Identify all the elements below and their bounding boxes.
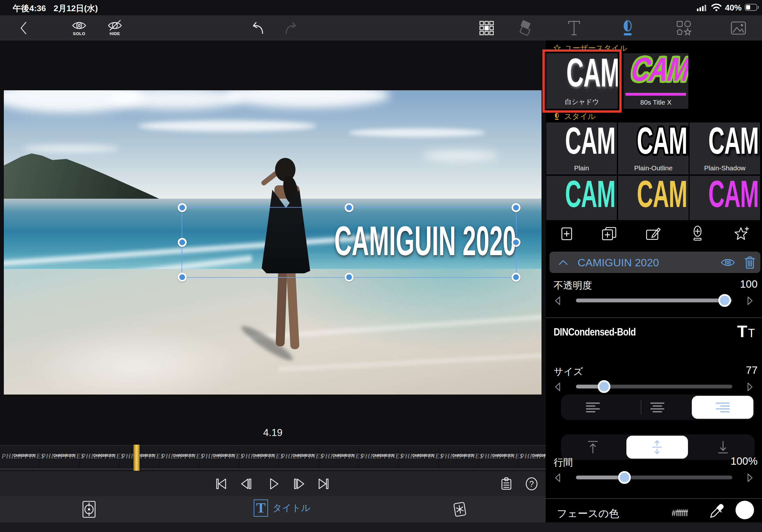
filmstrip-thumb[interactable]: PHILIPPINESCAMIGUIN 2020 bbox=[479, 446, 518, 468]
canvas-title-text[interactable]: CAMIGUIN 2020 bbox=[334, 208, 516, 277]
hide-button[interactable]: HIDE bbox=[104, 15, 126, 40]
resize-handle[interactable] bbox=[511, 238, 520, 247]
style-tile-teal[interactable]: CAMI bbox=[546, 176, 617, 220]
position-button[interactable] bbox=[82, 500, 96, 518]
notes-button[interactable] bbox=[499, 476, 514, 492]
valign-bottom-button[interactable] bbox=[717, 440, 729, 454]
filmstrip-thumb[interactable]: PHILIPPINESCAMIGUIN 2020 bbox=[518, 446, 546, 468]
favorite-style-button[interactable] bbox=[733, 226, 750, 242]
font-row[interactable]: DINCondensed-Bold T T bbox=[546, 321, 762, 344]
filmstrip-thumb[interactable]: PHILIPPINESCAMIGUIN 2020 bbox=[319, 446, 359, 468]
add-style-icon bbox=[559, 226, 575, 242]
style-tile-plain[interactable]: CAMI Plain bbox=[546, 122, 617, 174]
user-style-tile-white-shadow[interactable]: CAMI 白シャドウ bbox=[546, 53, 618, 109]
resize-handle[interactable] bbox=[511, 273, 520, 282]
overview-grid-button[interactable] bbox=[478, 15, 495, 40]
face-color-swatch[interactable] bbox=[735, 501, 754, 519]
add-title-button[interactable] bbox=[690, 225, 705, 242]
filmstrip-thumb[interactable]: PHILIPPINESCAMIGUIN 2020 bbox=[399, 446, 439, 468]
resize-handle[interactable] bbox=[511, 203, 520, 212]
valign-top-button[interactable] bbox=[586, 440, 599, 454]
timeline-track[interactable]: PHILIPPINESCAMIGUIN 2020PHILIPPINESCAMIG… bbox=[0, 445, 546, 470]
style-panel: ユーザースタイル CAMI 白シャドウ CAM 80s Title X スタイル… bbox=[546, 40, 762, 522]
resize-handle[interactable] bbox=[344, 203, 353, 212]
skip-start-button[interactable] bbox=[213, 476, 229, 492]
filmstrip-thumb[interactable]: PHILIPPINESCAMIGUIN 2020 bbox=[279, 446, 319, 468]
person-leg bbox=[276, 268, 287, 347]
shapes-tool-button[interactable] bbox=[675, 15, 693, 40]
stepper-down-icon[interactable] bbox=[554, 473, 561, 483]
opacity-track[interactable] bbox=[576, 299, 732, 302]
vertical-align-control bbox=[561, 434, 755, 460]
edit-style-button[interactable] bbox=[645, 226, 662, 242]
align-center-button[interactable] bbox=[650, 402, 664, 412]
filmstrip-thumb[interactable]: PHILIPPINESCAMIGUIN 2020 bbox=[80, 446, 120, 468]
line-spacing-label: 行間 bbox=[554, 456, 573, 469]
font-size-icon: T T bbox=[736, 323, 757, 342]
frame-back-button[interactable] bbox=[239, 476, 254, 492]
filmstrip-thumb[interactable]: PHILIPPINESCAMIGUIN 2020 bbox=[439, 446, 479, 468]
stepper-up-icon[interactable] bbox=[747, 382, 754, 392]
style-preview: CAMI bbox=[637, 122, 689, 160]
solo-button[interactable]: SOLO bbox=[68, 15, 91, 40]
collapse-icon[interactable] bbox=[558, 259, 569, 266]
hide-label: HIDE bbox=[110, 31, 120, 36]
layer-delete-icon[interactable] bbox=[743, 255, 756, 270]
filmstrip-thumb[interactable]: PHILIPPINESCAMIGUIN 2020 bbox=[199, 446, 239, 468]
filmstrip-thumb[interactable]: PHILIPPINESCAMIGUIN 2020 bbox=[160, 446, 199, 468]
size-track[interactable] bbox=[576, 385, 732, 388]
stepper-down-icon[interactable] bbox=[554, 382, 561, 392]
filmstrip-thumb[interactable]: PHILIPPINESCAMIGUIN 2020 bbox=[239, 446, 279, 468]
effects-button[interactable] bbox=[451, 500, 468, 518]
resize-handle[interactable] bbox=[178, 238, 187, 247]
align-left-button[interactable] bbox=[586, 402, 600, 412]
line-spacing-track[interactable] bbox=[576, 476, 732, 479]
undo-icon bbox=[250, 21, 266, 36]
redo-button[interactable] bbox=[282, 15, 300, 40]
filmstrip[interactable]: PHILIPPINESCAMIGUIN 2020PHILIPPINESCAMIG… bbox=[0, 446, 546, 468]
video-preview[interactable]: CAMIGUIN 2020 bbox=[4, 90, 542, 395]
add-style-group-button[interactable] bbox=[600, 226, 618, 242]
eyedropper-icon[interactable] bbox=[709, 502, 724, 520]
help-button[interactable]: ? bbox=[524, 476, 539, 492]
style-tile-plain-shadow[interactable]: CAMI Plain-Shadow bbox=[690, 122, 760, 174]
text-selection-box[interactable]: CAMIGUIN 2020 bbox=[182, 207, 517, 278]
layer-header[interactable]: CAMIGUIN 2020 bbox=[550, 252, 760, 273]
back-button[interactable] bbox=[15, 15, 31, 40]
stepper-up-icon[interactable] bbox=[747, 296, 754, 305]
align-right-button[interactable] bbox=[692, 396, 753, 419]
playhead[interactable] bbox=[133, 445, 140, 471]
filmstrip-thumb[interactable]: PHILIPPINESCAMIGUIN 2020 bbox=[359, 446, 399, 468]
size-value: 77 bbox=[746, 364, 758, 376]
filmstrip-thumb[interactable]: PHILIPPINESCAMIGUIN 2020 bbox=[0, 446, 40, 468]
resize-handle[interactable] bbox=[178, 203, 187, 212]
skip-start-icon bbox=[213, 476, 229, 492]
stepper-up-icon[interactable] bbox=[747, 473, 754, 483]
stepper-down-icon[interactable] bbox=[554, 296, 561, 305]
line-spacing-thumb[interactable] bbox=[618, 471, 631, 484]
frame-forward-button[interactable] bbox=[291, 476, 307, 492]
style-preview: CAMI bbox=[708, 176, 760, 213]
size-thumb[interactable] bbox=[598, 380, 610, 393]
play-button[interactable] bbox=[266, 476, 281, 492]
resize-handle[interactable] bbox=[344, 273, 353, 282]
user-style-tile-80s[interactable]: CAM 80s Title X bbox=[624, 53, 688, 109]
resize-handle[interactable] bbox=[178, 273, 187, 282]
style-tile-plain-outline[interactable]: CAMI Plain-Outline bbox=[618, 122, 689, 174]
layer-visibility-icon[interactable] bbox=[721, 257, 735, 268]
layers-button[interactable] bbox=[517, 15, 534, 40]
grid-icon bbox=[479, 21, 494, 36]
media-tool-button[interactable] bbox=[729, 15, 747, 40]
skip-end-button[interactable] bbox=[316, 476, 331, 492]
undo-button[interactable] bbox=[249, 15, 267, 40]
footer-bar: T タイトル bbox=[0, 496, 546, 522]
add-style-button[interactable] bbox=[559, 226, 575, 242]
style-tile-magenta[interactable]: CAMI bbox=[690, 176, 760, 220]
tab-title[interactable]: T タイトル bbox=[254, 499, 311, 517]
title-style-tool-button[interactable] bbox=[619, 15, 637, 40]
opacity-thumb[interactable] bbox=[718, 294, 731, 307]
style-tile-yellow[interactable]: CAMI bbox=[618, 176, 689, 220]
text-tool-button[interactable] bbox=[565, 15, 583, 40]
valign-middle-button[interactable] bbox=[626, 436, 688, 459]
filmstrip-thumb[interactable]: PHILIPPINESCAMIGUIN 2020 bbox=[40, 446, 80, 468]
